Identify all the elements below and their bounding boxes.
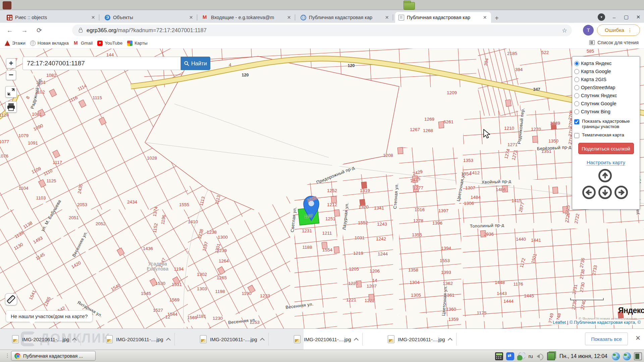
close-button[interactable]: ✕ [635, 14, 641, 20]
layer-radio[interactable] [574, 101, 579, 106]
browser-tab[interactable]: ЭОбъекты✕ [101, 12, 197, 23]
menu-dots-icon[interactable]: ⋮ [628, 27, 632, 33]
map-zoom-in-button[interactable]: + [6, 58, 16, 68]
reading-list-button[interactable]: Список для чтения [589, 40, 639, 45]
ppk-link[interactable]: © Публичная кадастровая карта, © [570, 320, 641, 325]
bookmark-etagi[interactable]: Этажи [5, 41, 25, 46]
cadastral-map[interactable]: 1097108211011102111411161115108110901079… [0, 49, 644, 328]
download-item[interactable]: IMG-20210611-....jpg [101, 332, 175, 346]
folder-icon[interactable] [404, 1, 415, 10]
teamviewer-icon[interactable] [506, 352, 514, 360]
browser-tab[interactable]: Риес :: objects✕ [3, 12, 99, 23]
parcel-number: 2052 [96, 221, 106, 226]
chevron-up-icon[interactable] [354, 338, 359, 343]
tab-close-icon[interactable]: ✕ [482, 15, 488, 20]
map-checkbox[interactable] [574, 133, 579, 138]
bookmark-yt[interactable]: YouTube [97, 41, 122, 46]
download-item[interactable]: IMG-20210611-....jpg [7, 332, 81, 346]
kadnum-search-input[interactable] [22, 57, 181, 70]
layer-option[interactable]: Карта 2GIS [574, 75, 638, 83]
map-scale-bar [570, 298, 604, 300]
error-button[interactable]: Ошибка⋮ [597, 24, 640, 36]
parcel-number: 1117 [53, 160, 62, 165]
layer-label: Карта Google [581, 69, 611, 74]
download-item[interactable]: IMG-20210611-....jpg [383, 332, 457, 346]
layer-label: Спутник Bing [581, 109, 610, 114]
pan-down-button[interactable] [598, 186, 612, 199]
reload-button[interactable]: ⟳ [34, 26, 44, 34]
leaflet-link[interactable]: Leaflet [553, 320, 566, 325]
taskbar-chrome-window[interactable]: Публичная кадастровая ... [11, 351, 96, 361]
omnibox[interactable]: egrp365.org/map/?kadnum=72:17:2407001:11… [72, 24, 572, 36]
globe-icon-2[interactable] [623, 352, 631, 360]
taskbar-clock[interactable]: Пн., 14 июня, 12:04 [559, 353, 607, 359]
download-item[interactable]: IMG-20210611-....jpg [289, 332, 363, 346]
layer-radio[interactable] [574, 77, 579, 82]
layer-option[interactable]: Спутник Google [574, 100, 638, 108]
bookmark-star-icon[interactable]: ☆ [562, 27, 567, 34]
layer-radio[interactable] [574, 69, 579, 74]
chevron-up-icon[interactable] [448, 338, 452, 343]
new-tab-button[interactable]: + [492, 14, 501, 23]
network-monitors-icon[interactable] [547, 352, 555, 360]
desktop-icon[interactable] [3, 1, 11, 9]
layer-option[interactable]: Спутник Яндекс [574, 92, 638, 100]
chevron-up-icon[interactable] [166, 338, 171, 343]
tab-search-button[interactable]: ▾ [598, 13, 605, 21]
map-checkbox-option[interactable]: Показать кадастровые границы участков [574, 119, 638, 129]
map-zoom-out-button[interactable]: − [6, 70, 16, 80]
taskbar-grip[interactable] [7, 353, 9, 359]
layer-option[interactable]: Карта Яндекс [574, 59, 638, 67]
tab-close-icon[interactable]: ✕ [188, 15, 194, 20]
globe-icon-1[interactable] [612, 352, 620, 360]
tab-close-icon[interactable]: ✕ [90, 15, 96, 20]
back-button[interactable]: ← [5, 27, 15, 34]
search-button[interactable]: Найти [181, 57, 210, 70]
pan-up-button[interactable] [598, 169, 612, 182]
layer-radio[interactable] [574, 93, 579, 98]
layer-option[interactable]: Карта Google [574, 67, 638, 75]
map-fullscreen-button[interactable] [5, 86, 17, 98]
parcel-number: 1396 [432, 221, 442, 226]
url-text: egrp365.org/map/?kadnum=72:17:2407001:11… [87, 27, 207, 34]
map-checkbox-option[interactable]: Тематическая карта [574, 132, 638, 138]
remote-desktop-icon[interactable] [517, 352, 525, 360]
bookmark-gmail[interactable]: Gmail [73, 41, 93, 46]
show-all-downloads-button[interactable]: Показать все [585, 333, 628, 345]
volume-icon[interactable] [536, 352, 544, 360]
chevron-up-icon[interactable] [72, 338, 77, 343]
browser-tab[interactable]: Публичная кадастровая кар✕ [297, 12, 393, 23]
browser-tab[interactable]: Входящие - e.g.tokareva@m✕ [199, 12, 295, 23]
chevron-up-icon[interactable] [260, 338, 265, 343]
pan-right-button[interactable] [614, 186, 628, 199]
parcel-number: 1271 [507, 142, 518, 147]
bookmark-globe[interactable]: Новая вкладка [30, 41, 69, 46]
map-checkbox[interactable] [574, 119, 579, 124]
keyboard-layout[interactable]: ru [528, 353, 533, 359]
layer-radio[interactable] [574, 109, 579, 114]
pan-left-button[interactable] [582, 186, 596, 199]
display-settings-icon[interactable] [634, 352, 642, 360]
browser-tab[interactable]: Публичная кадастровая кар✕ [395, 12, 491, 23]
layer-option[interactable]: OpenStreetMap [574, 83, 638, 92]
bookmark-maps[interactable]: Карты [127, 41, 147, 46]
forward-button[interactable]: → [19, 27, 30, 34]
parcel-number: 1076 [0, 154, 8, 159]
maximize-button[interactable]: ▢ [623, 14, 629, 20]
close-downloads-icon[interactable]: ✕ [635, 334, 641, 342]
parcel-number: 1552 [358, 220, 368, 225]
layer-radio[interactable] [574, 85, 579, 90]
tab-close-icon[interactable]: ✕ [384, 15, 390, 20]
measure-tool-button[interactable] [5, 293, 17, 305]
download-item[interactable]: IMG-20210611-....jpg [195, 332, 269, 346]
layer-option[interactable]: Спутник Bing [574, 108, 638, 116]
minimize-button[interactable]: – [611, 14, 617, 20]
configure-map-link[interactable]: Настроить карту [587, 160, 625, 166]
profile-avatar[interactable]: T [583, 25, 594, 36]
map-print-button[interactable] [5, 101, 17, 113]
share-link-button[interactable]: Поделиться ссылкой [578, 143, 634, 154]
layer-radio[interactable] [574, 61, 579, 66]
calculator-icon[interactable] [495, 352, 503, 360]
chrome-icon [14, 353, 20, 359]
tab-close-icon[interactable]: ✕ [286, 15, 292, 20]
